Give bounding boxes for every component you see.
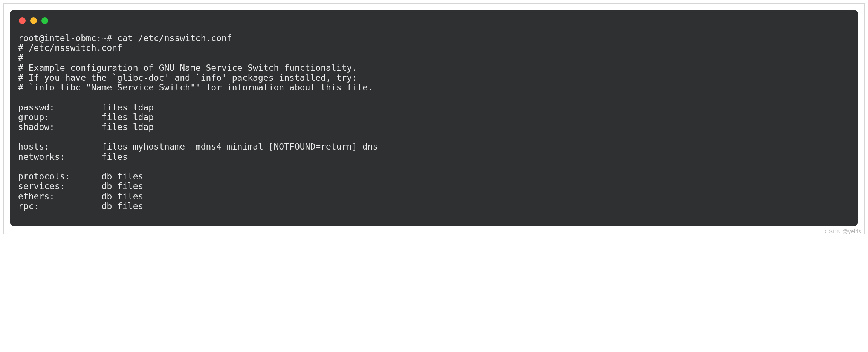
output-line: # `info libc "Name Service Switch"' for … (18, 83, 373, 92)
minimize-icon[interactable] (30, 17, 37, 24)
output-line: passwd: files ldap (18, 103, 154, 112)
watermark-text: CSDN @yeiris (825, 228, 861, 234)
zoom-icon[interactable] (41, 17, 48, 24)
shell-prompt-line: root@intel-obmc:~# cat /etc/nsswitch.con… (18, 33, 232, 43)
terminal-window: root@intel-obmc:~# cat /etc/nsswitch.con… (10, 10, 858, 226)
output-line: # If you have the `glibc-doc' and `info'… (18, 73, 357, 83)
output-line: # Example configuration of GNU Name Serv… (18, 63, 357, 73)
output-line: hosts: files myhostname mdns4_minimal [N… (18, 142, 378, 152)
output-line: # (18, 53, 23, 63)
terminal-content: root@intel-obmc:~# cat /etc/nsswitch.con… (18, 33, 850, 211)
screenshot-frame: root@intel-obmc:~# cat /etc/nsswitch.con… (3, 3, 865, 234)
output-line: group: files ldap (18, 112, 154, 122)
output-line: # /etc/nsswitch.conf (18, 43, 122, 53)
output-line: rpc: db files (18, 201, 143, 211)
output-line: protocols: db files (18, 171, 143, 181)
output-line: services: db files (18, 181, 143, 191)
output-line: networks: files (18, 152, 128, 162)
window-controls (18, 17, 850, 24)
output-line: shadow: files ldap (18, 122, 154, 132)
close-icon[interactable] (19, 17, 26, 24)
output-line: ethers: db files (18, 191, 143, 201)
